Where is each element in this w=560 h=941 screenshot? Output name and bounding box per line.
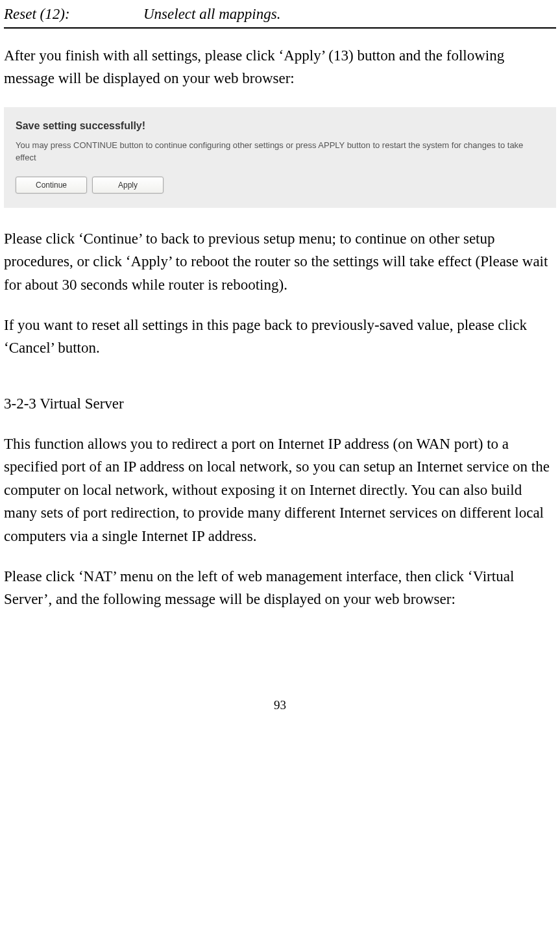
screenshot-button-row: Continue Apply xyxy=(16,177,544,194)
paragraph-continue-apply: Please click ‘Continue’ to back to previ… xyxy=(4,227,556,297)
apply-button[interactable]: Apply xyxy=(92,177,164,194)
screenshot-save-setting: Save setting successfully! You may press… xyxy=(4,107,556,208)
section-heading-virtual-server: 3-2-3 Virtual Server xyxy=(4,392,556,416)
definition-row: Reset (12): Unselect all mappings. xyxy=(4,3,556,29)
page-number: 93 xyxy=(4,696,556,714)
paragraph-virtual-server-desc: This function allows you to redirect a p… xyxy=(4,433,556,548)
screenshot-text: You may press CONTINUE button to continu… xyxy=(16,140,544,163)
paragraph-apply-instruction: After you finish with all settings, plea… xyxy=(4,44,556,90)
continue-button[interactable]: Continue xyxy=(16,177,87,194)
definition-description: Unselect all mappings. xyxy=(143,3,556,26)
paragraph-cancel: If you want to reset all settings in thi… xyxy=(4,314,556,360)
paragraph-nat-instruction: Please click ‘NAT’ menu on the left of w… xyxy=(4,565,556,611)
definition-term: Reset (12): xyxy=(4,3,143,26)
screenshot-title: Save setting successfully! xyxy=(16,119,544,133)
